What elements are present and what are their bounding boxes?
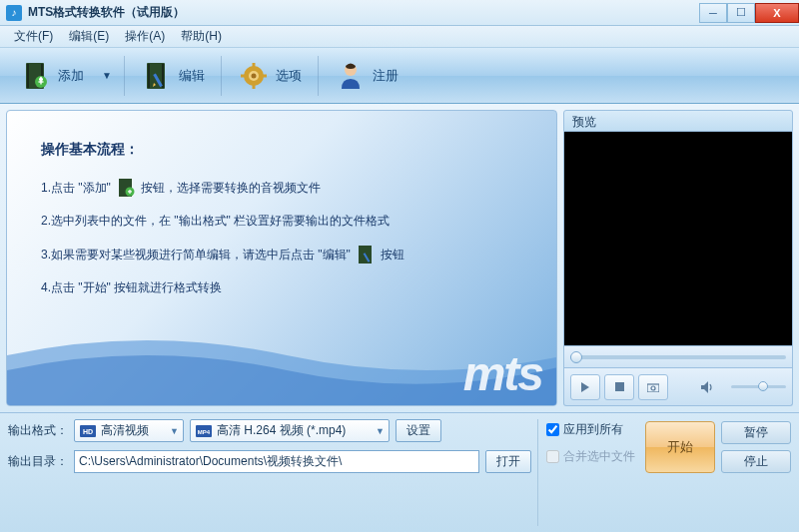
register-label: 注册 [373,67,399,85]
gear-icon [238,60,270,92]
content-area: 操作基本流程： 1.点击 "添加" 按钮，选择需要转换的音视频文件 2.选中列表… [0,104,799,412]
apply-all-checkbox[interactable]: 应用到所有 [546,421,635,438]
add-button[interactable]: 添加 [10,56,94,96]
merge-checkbox[interactable]: 合并选中文件 [546,448,635,465]
svg-rect-7 [40,79,41,84]
separator [318,56,319,96]
preview-title: 预览 [563,110,793,132]
svg-marker-27 [581,382,589,392]
svg-rect-10 [162,64,164,88]
apply-options: 应用到所有 合并选中文件 [537,419,639,526]
settings-button[interactable]: 设置 [396,419,441,442]
preview-panel: 预览 [563,110,793,406]
svg-rect-18 [241,74,246,77]
edit-file-icon [355,244,377,266]
maximize-button[interactable]: ☐ [727,3,755,23]
volume-slider[interactable] [731,385,786,388]
guide-heading: 操作基本流程： [41,141,404,159]
bottom-panel: 输出格式： HD 高清视频 ▼ MP4 高清 H.264 视频 (*.mp4) … [0,412,799,532]
close-button[interactable]: X [755,3,799,23]
menubar: 文件(F) 编辑(E) 操作(A) 帮助(H) [0,26,799,48]
pause-button[interactable]: 暂停 [721,421,791,444]
svg-rect-19 [262,74,267,77]
titlebar: ♪ MTS格式转换软件（试用版） ─ ☐ X [0,0,799,26]
svg-text:MP4: MP4 [198,429,211,435]
add-label: 添加 [58,67,84,85]
hd-icon: HD [79,423,97,439]
guide-step-1: 1.点击 "添加" 按钮，选择需要转换的音视频文件 [41,177,404,199]
output-dir-field[interactable] [74,450,479,473]
menu-edit[interactable]: 编辑(E) [61,26,117,47]
output-dir-label: 输出目录： [8,453,68,470]
main-panel: 操作基本流程： 1.点击 "添加" 按钮，选择需要转换的音视频文件 2.选中列表… [6,110,557,406]
seek-thumb[interactable] [570,351,582,363]
edit-file-icon [141,60,173,92]
add-file-icon [115,177,137,199]
options-label: 选项 [276,67,302,85]
person-icon [335,60,367,92]
svg-rect-1 [27,64,29,88]
svg-rect-16 [252,63,255,68]
toolbar: 添加 ▼ 编辑 选项 注册 [0,48,799,104]
mp4-icon: MP4 [195,423,213,439]
chevron-down-icon: ▼ [164,426,179,436]
stop-playback-button[interactable] [604,374,634,400]
stop-button[interactable]: 停止 [721,450,791,473]
menu-file[interactable]: 文件(F) [6,26,61,47]
window-title: MTS格式转换软件（试用版） [28,4,699,21]
svg-marker-31 [701,381,708,393]
add-dropdown[interactable]: ▼ [96,70,118,81]
register-button[interactable]: 注册 [325,56,408,96]
guide-panel: 操作基本流程： 1.点击 "添加" 按钮，选择需要转换的音视频文件 2.选中列表… [41,141,404,310]
edit-button[interactable]: 编辑 [131,56,215,96]
preview-controls [563,368,793,406]
guide-step-4: 4.点击 "开始" 按钮就进行格式转换 [41,279,404,296]
svg-rect-24 [129,190,130,194]
open-dir-button[interactable]: 打开 [485,450,531,473]
guide-step-2: 2.选中列表中的文件，在 "输出格式" 栏设置好需要输出的文件格式 [41,213,404,230]
separator [124,56,125,96]
preview-screen [563,132,793,346]
svg-rect-28 [615,382,624,391]
window-controls: ─ ☐ X [699,3,799,23]
volume-icon[interactable] [693,374,723,400]
edit-label: 编辑 [179,67,205,85]
wave-decoration [7,315,557,405]
svg-text:HD: HD [83,428,93,435]
menu-action[interactable]: 操作(A) [117,26,173,47]
output-format-label: 输出格式： [8,422,68,439]
seek-bar[interactable] [563,346,793,368]
svg-rect-9 [148,64,150,88]
svg-point-15 [251,73,256,78]
add-file-icon [20,60,52,92]
action-buttons: 开始 暂停 停止 [645,419,791,526]
svg-rect-29 [647,384,659,392]
menu-help[interactable]: 帮助(H) [173,26,230,47]
guide-step-3: 3.如果需要对某些视频进行简单编辑，请选中后点击 "编辑" 按钮 [41,244,404,266]
play-button[interactable] [570,374,600,400]
output-format-combo[interactable]: MP4 高清 H.264 视频 (*.mp4) ▼ [190,419,390,442]
options-button[interactable]: 选项 [228,56,312,96]
start-button[interactable]: 开始 [645,421,715,473]
chevron-down-icon: ▼ [370,426,385,436]
seek-track [570,355,786,359]
output-category-combo[interactable]: HD 高清视频 ▼ [74,419,184,442]
volume-thumb[interactable] [758,381,768,391]
output-settings: 输出格式： HD 高清视频 ▼ MP4 高清 H.264 视频 (*.mp4) … [8,419,531,526]
app-icon: ♪ [6,5,22,21]
minimize-button[interactable]: ─ [699,3,727,23]
snapshot-button[interactable] [638,374,668,400]
svg-point-30 [651,386,655,390]
separator [221,56,222,96]
svg-rect-17 [252,84,255,89]
